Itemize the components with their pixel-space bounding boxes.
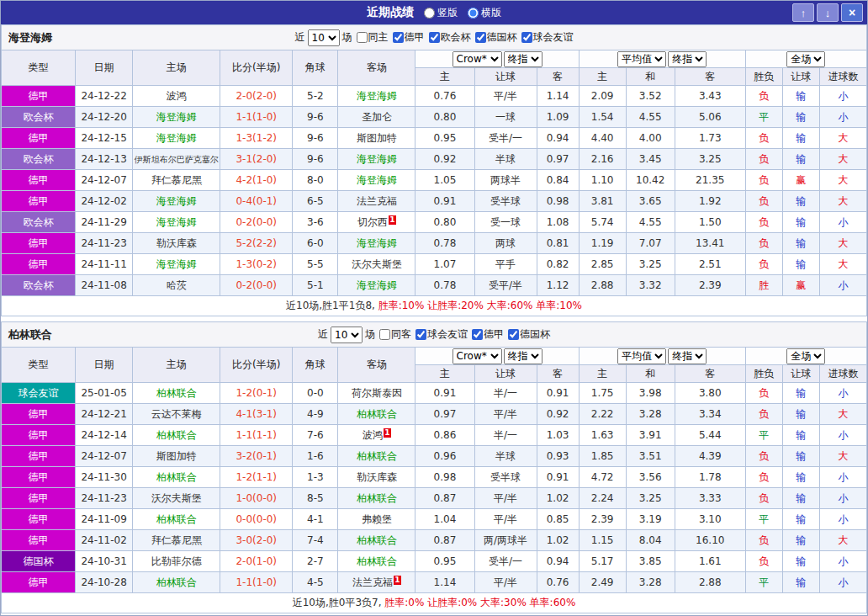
score-cell: 3-1(2-0) [220, 149, 293, 170]
crown-away-odds-cell: 0.98 [537, 191, 579, 212]
away-team-cell: 柏林联合 [338, 551, 415, 572]
away-team-cell: 柏林联合 [338, 488, 415, 509]
odds-source-select[interactable]: Crow* [453, 51, 502, 67]
team-name-text: 海登海姆 [156, 132, 197, 144]
league-filter-checkbox-input[interactable] [415, 329, 426, 340]
odds-source-select[interactable]: 终指 [504, 51, 542, 67]
corner-cell: 1-6 [293, 446, 338, 467]
score-cell: 1-3(0-2) [220, 254, 293, 275]
league-filter-checkbox[interactable]: 德国杯 [508, 327, 550, 342]
score-cell: 3-2(0-1) [220, 446, 293, 467]
crown-handicap-cell: 平手 [474, 254, 537, 275]
handicap-result-cell: 输 [782, 467, 819, 488]
home-team-cell: 海登海姆 [133, 128, 220, 149]
team-title: 海登海姆 [8, 30, 52, 45]
column-header: 比分(半场) [220, 348, 293, 383]
date-cell: 24-10-31 [76, 551, 133, 572]
league-filter-checkbox-input[interactable] [393, 32, 404, 43]
layout-radio-vertical[interactable]: 竖版 [424, 6, 458, 20]
same-venue-checkbox[interactable]: 同客 [379, 327, 411, 342]
league-filter-checkbox-input[interactable] [521, 32, 532, 43]
match-count-select[interactable]: 10 [331, 327, 363, 343]
team-name-text: 海登海姆 [357, 90, 397, 102]
match-row: 欧会杯24-11-29海登海姆0-2(0-0)3-6切尔西10.80受一球1.0… [2, 212, 867, 233]
horizontal-layout-radio-input[interactable] [468, 8, 479, 19]
scroll-up-button[interactable]: ↑ [792, 3, 814, 22]
league-filter-checkbox-label: 欧会杯 [441, 30, 471, 45]
handicap-result-cell: 输 [782, 446, 819, 467]
odds-source-select[interactable]: 终指 [668, 348, 707, 364]
scroll-down-button[interactable]: ↓ [817, 3, 839, 22]
league-filter-checkbox[interactable]: 德甲 [472, 327, 504, 342]
column-header: 角球 [293, 50, 338, 86]
horizontal-layout-radio-label: 横版 [481, 6, 501, 20]
odds-source-select[interactable]: Crow* [453, 348, 502, 364]
match-row: 德甲24-11-02拜仁慕尼黑3-0(2-0)7-4柏林联合0.87两/两球半1… [2, 530, 867, 551]
date-cell: 24-12-22 [76, 86, 133, 107]
league-filter-checkbox-input[interactable] [475, 32, 486, 43]
team-name-text: 柏林联合 [156, 471, 197, 483]
crown-home-odds-cell: 0.78 [415, 233, 474, 254]
away-team-cell: 圣加仑 [338, 107, 415, 128]
odds-source-select[interactable]: 终指 [668, 51, 707, 67]
summary-record: 近10场,胜1平1负8, [286, 300, 378, 311]
avg-home-odds-cell: 2.49 [579, 572, 626, 593]
league-filter-checkbox[interactable]: 德甲 [393, 30, 425, 45]
crown-home-odds-cell: 0.86 [415, 425, 474, 446]
near-label: 近 [318, 327, 328, 342]
corner-cell: 6-5 [293, 191, 338, 212]
avg-away-odds-cell: 5.06 [675, 107, 745, 128]
league-filter-checkbox[interactable]: 欧会杯 [429, 30, 471, 45]
match-row: 德甲24-11-23沃尔夫斯堡1-0(0-0)8-5柏林联合0.87平/半1.0… [2, 488, 867, 509]
team-name-text: 法兰克福 [357, 195, 397, 207]
wdl-result-cell: 平 [745, 425, 782, 446]
goals-result-cell: 小 [819, 212, 866, 233]
match-count-select[interactable]: 10 [308, 29, 340, 46]
corner-cell: 5-5 [293, 254, 338, 275]
home-team-cell: 海登海姆 [133, 254, 220, 275]
team-name-text: 弗赖堡 [362, 513, 392, 525]
odds-source-select[interactable]: 全场 [786, 348, 825, 364]
avg-away-odds-cell: 1.73 [675, 128, 745, 149]
league-filter-checkbox-input[interactable] [429, 32, 440, 43]
odds-source-select[interactable]: 平均值 [617, 51, 666, 67]
team-name-text: 柏林联合 [357, 492, 397, 504]
league-filter-checkbox[interactable]: 球会友谊 [415, 327, 468, 342]
filter-bar: 近10场同主德甲欧会杯德国杯球会友谊 [295, 29, 574, 46]
sub-column-header: 主 [579, 68, 626, 86]
vertical-layout-radio-input[interactable] [424, 8, 435, 19]
same-venue-checkbox[interactable]: 同主 [357, 30, 389, 45]
avg-home-odds-cell: 1.10 [579, 170, 626, 191]
date-cell: 24-11-30 [76, 467, 133, 488]
team-name-text: 沃尔夫斯堡 [151, 492, 202, 504]
league-cell: 德甲 [2, 446, 76, 467]
same-venue-checkbox-input[interactable] [379, 329, 390, 340]
close-button[interactable]: × [841, 3, 863, 22]
league-filter-checkbox-input[interactable] [472, 329, 483, 340]
recent-results-window: 近期战绩 竖版 横版 ↑ ↓ × 海登海姆近10场同主德甲欧会杯德国杯球会友谊类… [0, 0, 868, 616]
date-cell: 24-12-21 [76, 404, 133, 425]
crown-handicap-cell: 受半/一 [474, 128, 537, 149]
crown-home-odds-cell: 0.87 [415, 530, 474, 551]
column-header: 日期 [76, 50, 133, 86]
near-label: 近 [295, 30, 305, 45]
home-team-cell: 海登海姆 [133, 212, 220, 233]
team-name-text: 荷尔斯泰因 [352, 387, 402, 399]
same-venue-checkbox-input[interactable] [357, 32, 368, 43]
odds-source-select[interactable]: 终指 [504, 348, 542, 364]
filter-bar: 近10场同客球会友谊德甲德国杯 [318, 327, 550, 343]
sub-column-header: 让球 [474, 365, 537, 383]
date-cell: 24-12-07 [76, 170, 133, 191]
league-filter-checkbox-input[interactable] [508, 329, 519, 340]
match-row: 德甲24-12-21云达不莱梅4-1(3-1)4-9柏林联合0.97平/半0.9… [2, 404, 867, 425]
league-filter-checkbox[interactable]: 球会友谊 [521, 30, 574, 45]
vertical-layout-radio-label: 竖版 [437, 6, 458, 20]
layout-radio-horizontal[interactable]: 横版 [468, 6, 501, 20]
league-filter-checkbox[interactable]: 德国杯 [475, 30, 517, 45]
goals-result-cell: 大 [819, 191, 866, 212]
odds-source-select[interactable]: 全场 [786, 51, 825, 67]
odds-source-select[interactable]: 平均值 [617, 348, 666, 364]
away-team-cell: 海登海姆 [338, 170, 415, 191]
score-cell: 1-1(1-1) [220, 425, 293, 446]
summary-row: 近10场,胜1平1负8, 胜率:10% 让胜率:20% 大率:60% 单率:10… [2, 296, 867, 316]
